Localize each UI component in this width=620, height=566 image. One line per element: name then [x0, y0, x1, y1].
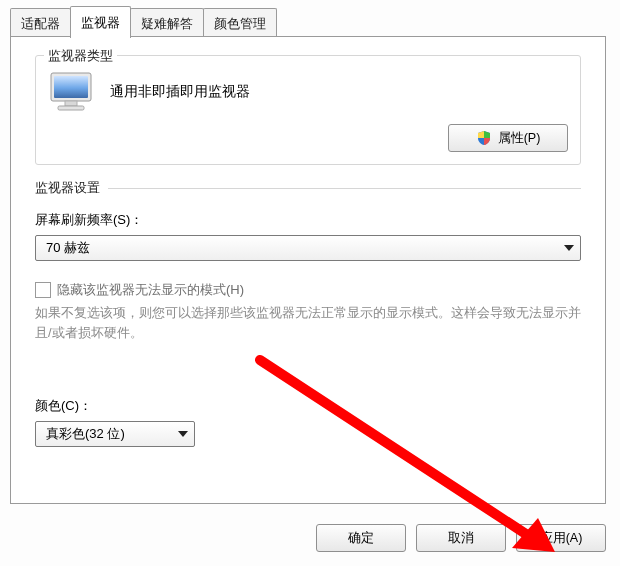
refresh-rate-value: 70 赫兹: [46, 239, 90, 257]
uac-shield-icon: [476, 130, 492, 146]
properties-button-row: 属性(P): [46, 120, 570, 154]
tab-panel-monitor: 监视器类型: [10, 36, 606, 504]
ok-button-label: 确定: [348, 530, 374, 547]
tab-strip: 适配器 监视器 疑难解答 颜色管理: [10, 7, 276, 37]
hide-modes-label: 隐藏该监视器无法显示的模式(H): [57, 281, 244, 299]
dialog-window: 适配器 监视器 疑难解答 颜色管理 监视器类型: [0, 0, 620, 566]
tab-color-management[interactable]: 颜色管理: [203, 8, 277, 38]
refresh-rate-label: 屏幕刷新频率(S)：: [35, 211, 581, 229]
svg-rect-2: [65, 101, 77, 106]
monitor-icon: [48, 70, 96, 114]
hide-modes-checkbox-row[interactable]: 隐藏该监视器无法显示的模式(H): [35, 281, 581, 299]
tab-adapter[interactable]: 适配器: [10, 8, 71, 38]
properties-button-label: 属性(P): [498, 130, 541, 147]
apply-button-label: 应用(A): [540, 530, 583, 547]
group-title-monitor-settings: 监视器设置: [35, 179, 581, 197]
color-depth-dropdown[interactable]: 真彩色(32 位): [35, 421, 195, 447]
svg-rect-3: [58, 106, 84, 110]
ok-button[interactable]: 确定: [316, 524, 406, 552]
dialog-button-bar: 确定 取消 应用(A): [316, 524, 606, 552]
cancel-button-label: 取消: [448, 530, 474, 547]
group-title-monitor-type: 监视器类型: [44, 47, 117, 65]
hide-modes-checkbox[interactable]: [35, 282, 51, 298]
group-title-monitor-settings-text: 监视器设置: [35, 179, 100, 197]
apply-button[interactable]: 应用(A): [516, 524, 606, 552]
refresh-rate-dropdown[interactable]: 70 赫兹: [35, 235, 581, 261]
monitor-row: 通用非即插即用监视器: [46, 64, 570, 120]
group-monitor-type: 监视器类型: [35, 55, 581, 165]
chevron-down-icon: [564, 245, 574, 251]
monitor-name-label: 通用非即插即用监视器: [110, 83, 250, 101]
color-depth-label: 颜色(C)：: [35, 397, 581, 415]
hide-modes-helper-text: 如果不复选该项，则您可以选择那些该监视器无法正常显示的显示模式。这样会导致无法显…: [35, 303, 581, 343]
properties-button[interactable]: 属性(P): [448, 124, 568, 152]
color-depth-value: 真彩色(32 位): [46, 425, 125, 443]
tab-monitor[interactable]: 监视器: [70, 6, 131, 38]
tab-troubleshoot[interactable]: 疑难解答: [130, 8, 204, 38]
chevron-down-icon: [178, 431, 188, 437]
svg-rect-1: [54, 76, 88, 98]
cancel-button[interactable]: 取消: [416, 524, 506, 552]
